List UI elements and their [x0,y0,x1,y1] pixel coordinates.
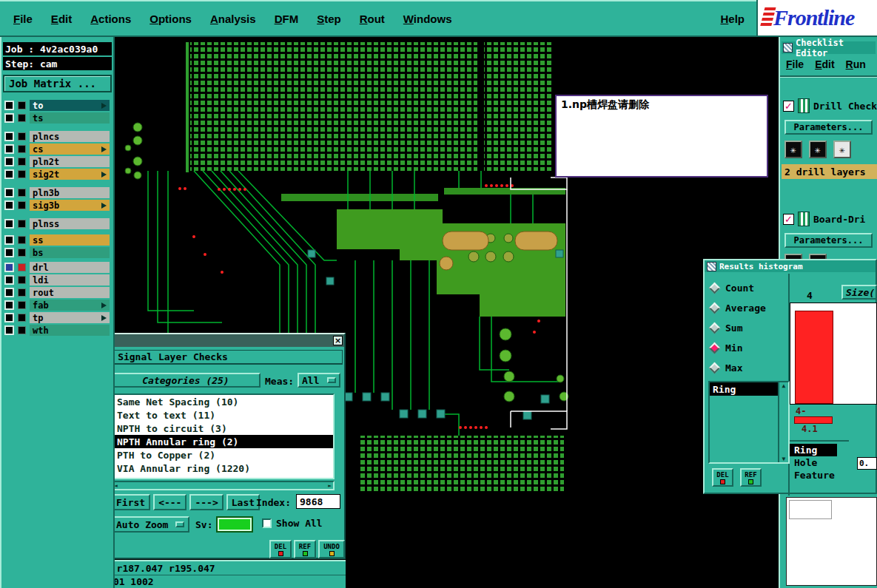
category-item[interactable]: Text to text (11) [112,408,333,422]
prev-button[interactable]: <--- [153,494,187,510]
layer-swatch[interactable]: to [30,100,110,111]
scroll-down-icon[interactable]: ▼ [782,456,786,462]
measure-hole[interactable]: Hole [790,456,849,469]
viewer-del-button[interactable]: DEL [269,540,292,558]
measure-ring[interactable]: Ring [790,444,837,456]
menu-actions[interactable]: Actions [90,13,131,25]
layer-swatch[interactable]: sig3b [30,200,110,211]
board-drill-checkbox[interactable]: ✓ [783,214,794,225]
layer-select-checkbox[interactable] [4,313,14,322]
layer-swatch[interactable]: rout [30,287,110,298]
measure-feature[interactable]: Feature [790,469,849,481]
layer-select-checkbox[interactable] [4,288,14,297]
annotation-note[interactable]: 1.np槽焊盘请删除 [555,95,768,178]
radio-icon[interactable] [709,322,721,334]
window-icon[interactable] [707,262,716,271]
layer-select-checkbox[interactable] [4,101,14,110]
radio-icon[interactable] [709,283,721,294]
menu-analysis[interactable]: Analysis [210,13,256,25]
category-item[interactable]: PTH to Copper (2) [112,448,333,462]
close-icon[interactable]: × [333,336,343,345]
layer-context-box[interactable] [18,276,26,284]
index-input[interactable]: 9868 [296,494,340,509]
layer-select-checkbox[interactable] [4,248,14,257]
layer-select-checkbox[interactable] [4,219,14,229]
menu-rout[interactable]: Rout [360,13,385,25]
layer-swatch[interactable]: ldi [30,274,110,285]
auto-zoom-dropdown[interactable]: Auto Zoom [111,516,189,533]
scroll-up-icon[interactable]: ▲ [782,382,786,389]
viewer-ref-button[interactable]: REF [294,540,316,558]
layer-context-box[interactable] [18,301,26,309]
last-button[interactable]: Last [226,494,260,510]
layer-swatch[interactable]: pln2t [30,156,110,167]
vertical-scrollbar[interactable]: ▲ ▼ [778,382,788,462]
menu-help[interactable]: Help [720,13,745,25]
menu-step[interactable]: Step [317,13,341,25]
layer-select-checkbox[interactable] [4,157,14,166]
layer-swatch[interactable]: ss [30,234,110,246]
layer-swatch[interactable]: fab [30,300,110,311]
layer-context-box[interactable] [18,114,26,122]
radio-icon[interactable] [709,303,721,314]
layer-context-box[interactable] [18,132,26,141]
stat-sum[interactable]: Sum [710,318,786,338]
layer-context-box[interactable] [18,314,26,322]
stat-average[interactable]: Average [710,298,786,318]
radio-selected-icon[interactable] [709,342,721,354]
categories-button[interactable]: Categories (25) [111,373,261,388]
radio-icon[interactable] [709,362,721,374]
layer-swatch[interactable]: drl [30,262,110,273]
category-item[interactable]: Same Net Spacing (10) [112,395,333,408]
layer-select-checkbox[interactable] [4,263,14,272]
histogram-titlebar[interactable]: Results histogram [705,260,876,272]
histogram-bin-list[interactable]: Ring ▲ ▼ [708,381,790,464]
layer-context-box[interactable] [18,158,26,166]
category-item[interactable]: NPTH to circuit (3) [112,422,333,435]
layer-swatch[interactable]: plncs [30,131,110,142]
layer-select-checkbox[interactable] [4,188,14,197]
layer-context-box[interactable] [18,170,26,178]
erf-script-icon[interactable]: ✳ [784,141,802,158]
window-icon[interactable] [783,43,793,53]
layer-select-checkbox[interactable] [4,235,14,245]
layer-context-box[interactable] [18,189,26,197]
stat-count[interactable]: Count [710,278,786,298]
erf-report-icon[interactable]: ✳ [833,141,851,158]
erf-script-icon[interactable]: ✳ [809,141,827,158]
category-item-selected[interactable]: NPTH Annular ring (2) [112,435,333,448]
layer-select-checkbox[interactable] [4,325,14,335]
layer-context-box[interactable] [18,220,26,228]
size-button[interactable]: Size( [841,285,877,300]
checklist-menu-run[interactable]: Run [846,58,866,73]
layer-swatch[interactable]: cs [30,143,110,155]
viewer-undo-button[interactable]: UNDO [318,540,345,558]
layer-swatch[interactable]: wth [30,325,110,336]
menu-file[interactable]: File [13,13,33,25]
layer-context-box[interactable] [18,201,26,209]
checklist-menu-file[interactable]: File [786,58,804,73]
layer-swatch[interactable]: bs [30,247,110,258]
sv-color-swatch[interactable] [216,516,253,533]
checklist-titlebar[interactable]: Checklist Editor [782,41,876,54]
layer-context-box[interactable] [18,326,26,334]
layer-select-checkbox[interactable] [4,132,14,141]
menu-windows[interactable]: Windows [403,13,452,25]
menu-edit[interactable]: Edit [51,13,72,25]
category-list[interactable]: Same Net Spacing (10) Text to text (11) … [111,393,335,479]
first-button[interactable]: First [111,494,150,510]
layer-context-box[interactable] [18,288,26,297]
layer-select-checkbox[interactable] [4,169,14,179]
layer-select-checkbox[interactable] [4,275,14,285]
layer-context-box[interactable] [18,236,26,244]
layer-context-box[interactable] [18,249,26,257]
layer-swatch[interactable]: tp [30,312,110,323]
horizontal-scrollbar[interactable]: ◄ ► [111,481,335,490]
layer-swatch[interactable]: plnss [30,218,110,229]
layer-swatch[interactable]: ts [30,112,110,124]
histogram-value-field[interactable]: 0. [857,457,877,470]
meas-dropdown[interactable]: All [298,373,340,388]
stat-max[interactable]: Max [710,358,786,378]
checklist-menu-edit[interactable]: Edit [815,58,834,73]
layer-select-checkbox[interactable] [4,113,14,123]
